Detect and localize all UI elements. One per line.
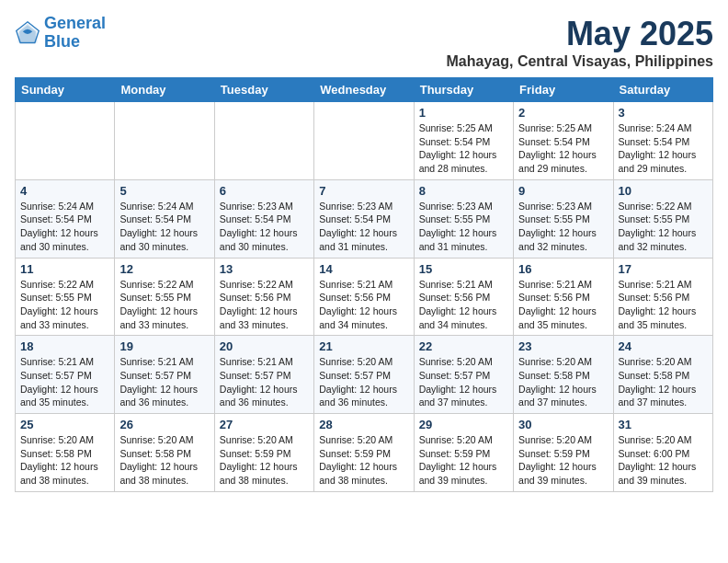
day-number: 1 <box>419 106 508 120</box>
location-title: Mahayag, Central Visayas, Philippines <box>447 53 713 70</box>
day-info: Sunrise: 5:22 AM Sunset: 5:55 PM Dayligh… <box>119 278 209 332</box>
day-cell: 19Sunrise: 5:21 AM Sunset: 5:57 PM Dayli… <box>115 336 214 414</box>
title-area: May 2025 Mahayag, Central Visayas, Phili… <box>447 15 713 70</box>
day-info: Sunrise: 5:20 AM Sunset: 6:00 PM Dayligh… <box>619 433 708 488</box>
day-cell: 14Sunrise: 5:21 AM Sunset: 5:56 PM Dayli… <box>314 258 414 336</box>
day-number: 5 <box>119 184 209 198</box>
week-row-5: 25Sunrise: 5:20 AM Sunset: 5:58 PM Dayli… <box>16 414 713 492</box>
day-cell: 16Sunrise: 5:21 AM Sunset: 5:56 PM Dayli… <box>514 258 613 336</box>
calendar-table: SundayMondayTuesdayWednesdayThursdayFrid… <box>15 77 713 492</box>
day-cell: 22Sunrise: 5:20 AM Sunset: 5:57 PM Dayli… <box>414 336 513 414</box>
logo-text: General Blue <box>44 15 106 52</box>
day-number: 10 <box>619 184 708 198</box>
day-info: Sunrise: 5:20 AM Sunset: 5:59 PM Dayligh… <box>518 433 608 488</box>
day-info: Sunrise: 5:23 AM Sunset: 5:55 PM Dayligh… <box>518 200 608 254</box>
day-number: 17 <box>619 262 708 276</box>
day-info: Sunrise: 5:22 AM Sunset: 5:55 PM Dayligh… <box>619 200 708 254</box>
day-info: Sunrise: 5:20 AM Sunset: 5:58 PM Dayligh… <box>119 433 209 488</box>
day-info: Sunrise: 5:24 AM Sunset: 5:54 PM Dayligh… <box>619 121 708 176</box>
day-number: 24 <box>619 339 708 353</box>
day-info: Sunrise: 5:21 AM Sunset: 5:56 PM Dayligh… <box>518 278 608 332</box>
day-cell: 13Sunrise: 5:22 AM Sunset: 5:56 PM Dayli… <box>214 258 313 336</box>
day-info: Sunrise: 5:20 AM Sunset: 5:59 PM Dayligh… <box>220 433 309 488</box>
day-number: 8 <box>419 184 508 198</box>
day-cell: 9Sunrise: 5:23 AM Sunset: 5:55 PM Daylig… <box>514 179 613 258</box>
day-cell: 27Sunrise: 5:20 AM Sunset: 5:59 PM Dayli… <box>214 414 313 492</box>
day-number: 20 <box>220 339 309 353</box>
day-info: Sunrise: 5:20 AM Sunset: 5:58 PM Dayligh… <box>518 355 608 409</box>
day-cell: 28Sunrise: 5:20 AM Sunset: 5:59 PM Dayli… <box>314 414 414 492</box>
day-info: Sunrise: 5:20 AM Sunset: 5:58 PM Dayligh… <box>20 433 109 488</box>
day-info: Sunrise: 5:23 AM Sunset: 5:54 PM Dayligh… <box>220 200 309 254</box>
day-info: Sunrise: 5:22 AM Sunset: 5:55 PM Dayligh… <box>20 278 109 332</box>
day-cell: 29Sunrise: 5:20 AM Sunset: 5:59 PM Dayli… <box>414 414 513 492</box>
day-info: Sunrise: 5:23 AM Sunset: 5:54 PM Dayligh… <box>319 200 408 254</box>
day-number: 7 <box>319 184 408 198</box>
day-number: 29 <box>419 418 508 431</box>
day-number: 14 <box>319 262 408 276</box>
day-cell: 26Sunrise: 5:20 AM Sunset: 5:58 PM Dayli… <box>115 414 214 492</box>
day-info: Sunrise: 5:21 AM Sunset: 5:57 PM Dayligh… <box>119 355 209 409</box>
col-header-wednesday: Wednesday <box>314 78 414 102</box>
week-row-1: 1Sunrise: 5:25 AM Sunset: 5:54 PM Daylig… <box>16 102 713 180</box>
day-info: Sunrise: 5:21 AM Sunset: 5:56 PM Dayligh… <box>419 278 508 332</box>
week-row-2: 4Sunrise: 5:24 AM Sunset: 5:54 PM Daylig… <box>16 179 713 258</box>
day-number: 26 <box>119 418 209 431</box>
day-number: 31 <box>619 418 708 431</box>
day-cell <box>16 102 115 180</box>
day-info: Sunrise: 5:20 AM Sunset: 5:57 PM Dayligh… <box>419 355 508 409</box>
col-header-sunday: Sunday <box>16 78 115 102</box>
day-cell: 20Sunrise: 5:21 AM Sunset: 5:57 PM Dayli… <box>214 336 313 414</box>
day-cell: 23Sunrise: 5:20 AM Sunset: 5:58 PM Dayli… <box>514 336 613 414</box>
col-header-monday: Monday <box>115 78 214 102</box>
day-info: Sunrise: 5:20 AM Sunset: 5:57 PM Dayligh… <box>319 355 408 409</box>
header-row: SundayMondayTuesdayWednesdayThursdayFrid… <box>16 78 713 102</box>
day-cell: 31Sunrise: 5:20 AM Sunset: 6:00 PM Dayli… <box>613 414 712 492</box>
day-info: Sunrise: 5:25 AM Sunset: 5:54 PM Dayligh… <box>419 121 508 176</box>
day-info: Sunrise: 5:21 AM Sunset: 5:57 PM Dayligh… <box>20 355 109 409</box>
day-cell: 21Sunrise: 5:20 AM Sunset: 5:57 PM Dayli… <box>314 336 414 414</box>
day-number: 16 <box>518 262 608 276</box>
day-info: Sunrise: 5:20 AM Sunset: 5:59 PM Dayligh… <box>319 433 408 488</box>
day-cell: 17Sunrise: 5:21 AM Sunset: 5:56 PM Dayli… <box>613 258 712 336</box>
day-number: 6 <box>220 184 309 198</box>
day-number: 28 <box>319 418 408 431</box>
day-cell: 11Sunrise: 5:22 AM Sunset: 5:55 PM Dayli… <box>16 258 115 336</box>
day-cell: 4Sunrise: 5:24 AM Sunset: 5:54 PM Daylig… <box>16 179 115 258</box>
day-number: 9 <box>518 184 608 198</box>
day-info: Sunrise: 5:22 AM Sunset: 5:56 PM Dayligh… <box>220 278 309 332</box>
day-info: Sunrise: 5:20 AM Sunset: 5:58 PM Dayligh… <box>619 355 708 409</box>
day-number: 13 <box>220 262 309 276</box>
day-info: Sunrise: 5:21 AM Sunset: 5:56 PM Dayligh… <box>319 278 408 332</box>
day-info: Sunrise: 5:25 AM Sunset: 5:54 PM Dayligh… <box>518 121 608 176</box>
header: General Blue May 2025 Mahayag, Central V… <box>15 15 713 70</box>
day-cell <box>115 102 214 180</box>
week-row-4: 18Sunrise: 5:21 AM Sunset: 5:57 PM Dayli… <box>16 336 713 414</box>
day-cell: 6Sunrise: 5:23 AM Sunset: 5:54 PM Daylig… <box>214 179 313 258</box>
day-info: Sunrise: 5:21 AM Sunset: 5:57 PM Dayligh… <box>220 355 309 409</box>
day-number: 27 <box>220 418 309 431</box>
day-cell: 7Sunrise: 5:23 AM Sunset: 5:54 PM Daylig… <box>314 179 414 258</box>
day-info: Sunrise: 5:21 AM Sunset: 5:56 PM Dayligh… <box>619 278 708 332</box>
day-number: 18 <box>20 339 109 353</box>
logo-icon <box>15 20 40 46</box>
month-title: May 2025 <box>447 15 713 53</box>
week-row-3: 11Sunrise: 5:22 AM Sunset: 5:55 PM Dayli… <box>16 258 713 336</box>
day-number: 4 <box>20 184 109 198</box>
day-number: 2 <box>518 106 608 120</box>
day-number: 11 <box>20 262 109 276</box>
col-header-saturday: Saturday <box>613 78 712 102</box>
day-cell: 18Sunrise: 5:21 AM Sunset: 5:57 PM Dayli… <box>16 336 115 414</box>
day-number: 22 <box>419 339 508 353</box>
day-info: Sunrise: 5:23 AM Sunset: 5:55 PM Dayligh… <box>419 200 508 254</box>
day-cell: 1Sunrise: 5:25 AM Sunset: 5:54 PM Daylig… <box>414 102 513 180</box>
day-number: 15 <box>419 262 508 276</box>
day-number: 21 <box>319 339 408 353</box>
day-number: 3 <box>619 106 708 120</box>
day-cell: 12Sunrise: 5:22 AM Sunset: 5:55 PM Dayli… <box>115 258 214 336</box>
day-cell: 5Sunrise: 5:24 AM Sunset: 5:54 PM Daylig… <box>115 179 214 258</box>
day-cell: 30Sunrise: 5:20 AM Sunset: 5:59 PM Dayli… <box>514 414 613 492</box>
day-cell: 10Sunrise: 5:22 AM Sunset: 5:55 PM Dayli… <box>613 179 712 258</box>
day-cell <box>214 102 313 180</box>
day-info: Sunrise: 5:24 AM Sunset: 5:54 PM Dayligh… <box>20 200 109 254</box>
